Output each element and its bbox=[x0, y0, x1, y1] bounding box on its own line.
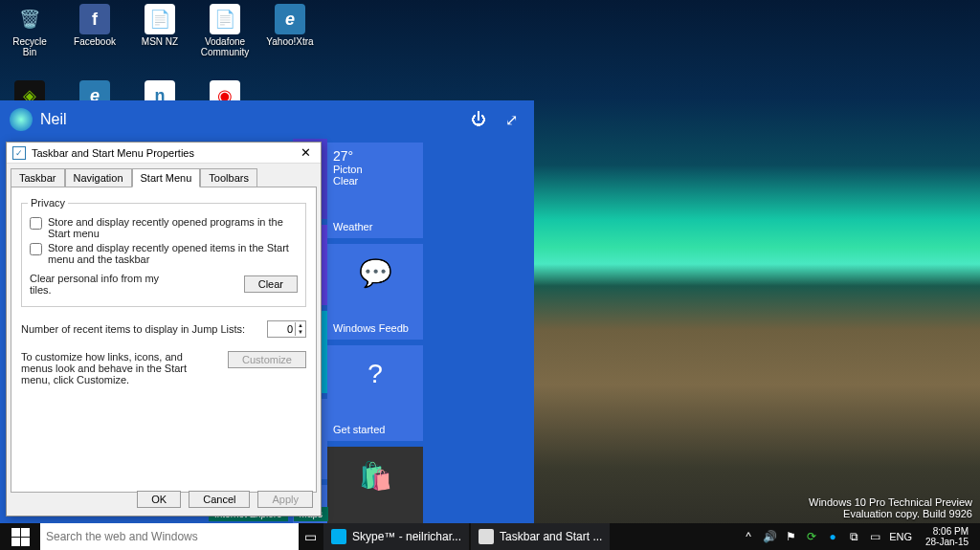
user-name[interactable]: Neil bbox=[40, 111, 67, 128]
tile-label: Windows Feedb bbox=[333, 322, 417, 334]
checkbox-row: Store and display recently opened progra… bbox=[30, 216, 298, 239]
desktop-icon-label: Facebook bbox=[74, 36, 116, 47]
privacy-legend: Privacy bbox=[28, 197, 68, 209]
desktop-icon-label: MSN NZ bbox=[142, 36, 178, 47]
expand-icon[interactable]: ⤢ bbox=[498, 106, 524, 133]
properties-icon bbox=[479, 529, 494, 544]
weather-location: Picton bbox=[333, 164, 417, 175]
taskbar-app-label: Skype™ - neilrichar... bbox=[352, 530, 461, 543]
volume-icon[interactable]: 🔊 bbox=[763, 530, 776, 543]
weather-temp: 27° bbox=[333, 148, 417, 164]
jumplist-value[interactable] bbox=[268, 323, 295, 335]
desktop-icon-facebook[interactable]: fFacebook bbox=[71, 4, 119, 57]
checkbox-recent-programs[interactable] bbox=[30, 217, 42, 230]
network-icon[interactable]: ⧉ bbox=[847, 530, 860, 543]
taskbar-app-properties[interactable]: Taskbar and Start ... bbox=[471, 523, 610, 550]
dialog-tabs: Taskbar Navigation Start Menu Toolbars bbox=[11, 167, 317, 187]
ie-icon: e bbox=[275, 4, 305, 34]
search-input[interactable] bbox=[46, 530, 293, 543]
skype-icon bbox=[331, 529, 346, 544]
taskbar-app-skype[interactable]: Skype™ - neilrichar... bbox=[323, 523, 469, 550]
privacy-group: Privacy Store and display recently opene… bbox=[21, 203, 306, 307]
power-icon[interactable]: ⏻ bbox=[465, 106, 492, 133]
jumplist-stepper[interactable]: ▲▼ bbox=[267, 320, 306, 338]
desktop-icons-row1: 🗑️Recycle Bin fFacebook 📄MSN NZ 📄Vodafon… bbox=[0, 0, 320, 61]
spin-up-icon[interactable]: ▲ bbox=[296, 322, 305, 329]
close-icon[interactable]: ✕ bbox=[296, 145, 315, 160]
desktop-icon-msn[interactable]: 📄MSN NZ bbox=[136, 4, 184, 57]
desktop-icon-label: Recycle Bin bbox=[6, 36, 54, 57]
store-icon: 🛍️ bbox=[359, 460, 392, 492]
clear-tiles-label: Clear personal info from my tiles. bbox=[30, 273, 183, 296]
dialog-title: Taskbar and Start Menu Properties bbox=[32, 147, 296, 159]
system-tray: ^ 🔊 ⚑ ⟳ ● ⧉ ▭ ENG 8:06 PM 28-Jan-15 bbox=[736, 523, 980, 550]
language-indicator[interactable]: ENG bbox=[889, 531, 912, 542]
properties-dialog: ✓ Taskbar and Start Menu Properties ✕ Ta… bbox=[6, 142, 322, 517]
facebook-icon: f bbox=[79, 4, 110, 34]
customize-button: Customize bbox=[228, 351, 306, 368]
cancel-button[interactable]: Cancel bbox=[189, 491, 250, 508]
start-button[interactable] bbox=[0, 523, 40, 550]
spin-down-icon[interactable]: ▼ bbox=[296, 329, 305, 336]
tile-label: Get started bbox=[333, 424, 417, 435]
taskview-icon: ▭ bbox=[304, 529, 317, 544]
shield-icon[interactable]: ⚑ bbox=[784, 530, 797, 543]
action-center-icon[interactable]: ▭ bbox=[868, 530, 881, 543]
desktop-icon-recyclebin[interactable]: 🗑️Recycle Bin bbox=[6, 4, 54, 57]
clock-time: 8:06 PM bbox=[925, 526, 969, 537]
desktop-icon-label: Vodafone Community bbox=[201, 36, 250, 57]
taskbar-search[interactable] bbox=[40, 523, 299, 550]
watermark-line2: Evaluation copy. Build 9926 bbox=[809, 508, 972, 519]
tab-taskbar[interactable]: Taskbar bbox=[11, 168, 65, 187]
customize-text: To customize how links, icons, and menus… bbox=[21, 351, 212, 385]
checkbox-row: Store and display recently opened items … bbox=[30, 242, 298, 265]
jumplist-label: Number of recent items to display in Jum… bbox=[21, 323, 245, 335]
desktop-icon-yahoo[interactable]: eYahoo!Xtra bbox=[266, 4, 314, 57]
checkbox-label[interactable]: Store and display recently opened items … bbox=[48, 242, 298, 265]
shortcut-icon: 📄 bbox=[210, 4, 240, 34]
watermark-line1: Windows 10 Pro Technical Preview bbox=[809, 496, 972, 508]
tile-label: Weather bbox=[333, 221, 417, 232]
apply-button: Apply bbox=[257, 491, 313, 508]
skype-tray-icon[interactable]: ● bbox=[826, 530, 839, 543]
tile-feedback[interactable]: 💬 Windows Feedb bbox=[327, 244, 423, 340]
tab-navigation[interactable]: Navigation bbox=[65, 168, 132, 187]
taskbar: ▭ Skype™ - neilrichar... Taskbar and Sta… bbox=[0, 523, 980, 550]
watermark: Windows 10 Pro Technical Preview Evaluat… bbox=[809, 496, 972, 519]
tile-weather[interactable]: 27° Picton Clear Weather bbox=[327, 143, 423, 238]
tab-body: Privacy Store and display recently opene… bbox=[11, 187, 317, 493]
desktop-icon-label: Yahoo!Xtra bbox=[266, 36, 313, 47]
clock-date: 28-Jan-15 bbox=[925, 537, 969, 547]
windows-logo-icon bbox=[11, 528, 30, 546]
shortcut-icon: 📄 bbox=[145, 4, 175, 34]
tray-up-icon[interactable]: ^ bbox=[742, 530, 755, 543]
dialog-buttons: OK Cancel Apply bbox=[137, 491, 313, 508]
chat-icon: 💬 bbox=[359, 257, 392, 289]
dialog-icon: ✓ bbox=[12, 146, 26, 160]
taskview-button[interactable]: ▭ bbox=[299, 523, 322, 550]
tab-toolbars[interactable]: Toolbars bbox=[200, 168, 257, 187]
tile-area: 27° Picton Clear Weather 💬 Windows Feedb… bbox=[327, 139, 534, 523]
checkbox-recent-items[interactable] bbox=[30, 243, 42, 255]
checkbox-label[interactable]: Store and display recently opened progra… bbox=[48, 216, 298, 239]
start-header: Neil ⏻ ⤢ bbox=[0, 100, 534, 139]
desktop-icon-vodafone[interactable]: 📄Vodafone Community bbox=[201, 4, 249, 57]
tile-getstarted[interactable]: ? Get started bbox=[327, 345, 423, 441]
taskbar-app-label: Taskbar and Start ... bbox=[500, 530, 602, 543]
user-avatar[interactable] bbox=[10, 108, 33, 131]
sync-icon[interactable]: ⟳ bbox=[805, 530, 818, 543]
tab-startmenu[interactable]: Start Menu bbox=[132, 168, 201, 187]
dialog-titlebar[interactable]: ✓ Taskbar and Start Menu Properties ✕ bbox=[7, 143, 321, 164]
taskbar-clock[interactable]: 8:06 PM 28-Jan-15 bbox=[920, 526, 974, 547]
ok-button[interactable]: OK bbox=[137, 491, 181, 508]
clear-button[interactable]: Clear bbox=[244, 275, 298, 293]
weather-condition: Clear bbox=[333, 175, 417, 187]
help-icon: ? bbox=[368, 359, 383, 389]
recyclebin-icon: 🗑️ bbox=[14, 4, 45, 34]
